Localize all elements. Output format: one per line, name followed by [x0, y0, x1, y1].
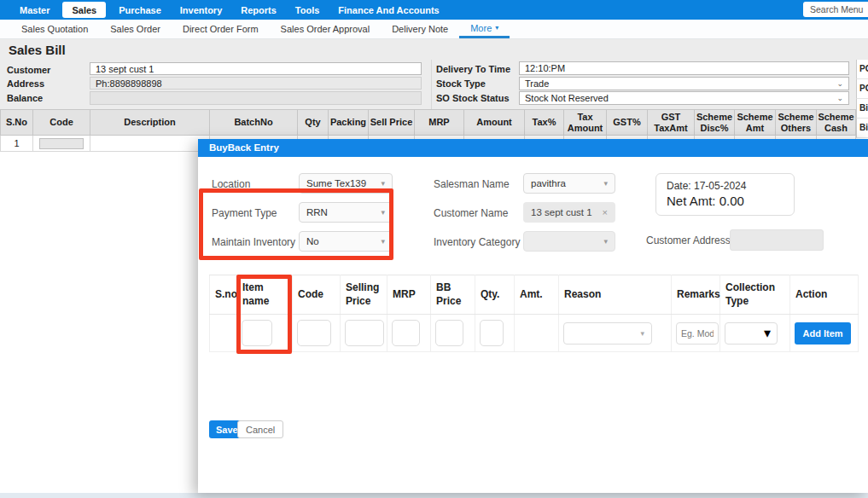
col-qty: Qty.: [475, 275, 515, 315]
so-stock-status-label: SO Stock Status: [436, 93, 510, 103]
remove-icon[interactable]: ×: [603, 207, 608, 217]
salesman-name-label: Salesman Name: [434, 178, 510, 190]
inventory-category-select[interactable]: ▾: [523, 231, 615, 252]
address-input[interactable]: [90, 77, 422, 90]
balance-input[interactable]: [90, 91, 422, 105]
collection-type-select[interactable]: ▾: [725, 322, 778, 345]
col-batchno: BatchNo: [210, 110, 298, 136]
col-scheme-others: Scheme Others: [776, 110, 817, 136]
row-code-cell: [33, 136, 90, 152]
add-item-button[interactable]: Add Item: [795, 322, 851, 345]
remarks-input[interactable]: [676, 322, 719, 345]
payment-type-select[interactable]: RRN ▾: [299, 202, 393, 223]
delivery-to-time-label: Delivery To Time: [436, 64, 510, 74]
date-netamt-box: Date: 17-05-2024 Net Amt: 0.00: [655, 173, 795, 216]
nav-item-master[interactable]: Master: [10, 0, 59, 20]
page-title: Sales Bill: [0, 39, 868, 60]
nav-item-finance[interactable]: Finance And Accounts: [329, 0, 448, 20]
mrp-input[interactable]: [392, 320, 420, 346]
qty-input[interactable]: [480, 320, 504, 346]
nav-item-sales[interactable]: Sales: [62, 2, 106, 18]
cancel-button[interactable]: Cancel: [237, 420, 283, 438]
chevron-down-icon: ⌄: [836, 80, 843, 88]
salesman-select[interactable]: pavithra ▾: [523, 173, 615, 194]
customer-name-label: Customer Name: [434, 207, 508, 219]
col-gst-taxamt: GST TaxAmt: [648, 110, 695, 136]
maintain-inventory-select[interactable]: No ▾: [299, 231, 393, 252]
stock-type-select[interactable]: Trade ⌄: [519, 77, 849, 90]
col-mrp: MRP: [387, 275, 431, 315]
subnav-sales-order[interactable]: Sales Order: [99, 20, 172, 38]
bill-header-form: Customer Address Balance Delivery To Tim…: [0, 60, 868, 109]
dropdown-caret-icon: ▾: [381, 180, 385, 188]
col-code: Code: [293, 275, 341, 315]
col-collection-type: Collection Type: [720, 275, 790, 315]
col-description: Description: [90, 110, 210, 136]
modal-title: BuyBack Entry: [198, 139, 868, 157]
inventory-category-label: Inventory Category: [434, 236, 520, 248]
dropdown-caret-icon: ▾: [381, 209, 385, 217]
item-name-input[interactable]: [242, 320, 272, 346]
col-gst-pct: GST%: [607, 110, 648, 136]
col-sno: S.No: [1, 110, 33, 136]
maintain-inventory-value: No: [306, 236, 319, 246]
col-packing: Packing: [329, 110, 369, 136]
customer-name-chip[interactable]: 13 sept cust 1 ×: [523, 202, 615, 223]
po-label: PO: [856, 60, 868, 79]
bill-label: Bill: [856, 119, 868, 138]
col-qty: Qty: [298, 110, 329, 136]
dropdown-caret-icon: ▾: [640, 329, 644, 338]
subnav-sales-order-approval[interactable]: Sales Order Approval: [270, 20, 382, 38]
col-scheme-disc: Scheme Disc%: [695, 110, 735, 136]
more-label: More: [470, 23, 492, 33]
col-mrp: MRP: [415, 110, 464, 136]
so-stock-status-value: Stock Not Reserved: [525, 93, 609, 103]
item-code-input[interactable]: [297, 320, 331, 346]
form-divider: [431, 60, 432, 109]
delivery-to-time-input[interactable]: [519, 61, 849, 75]
col-sno: S.no: [210, 275, 237, 315]
subnav-direct-order-form[interactable]: Direct Order Form: [172, 20, 270, 38]
col-remarks: Remarks: [672, 275, 720, 315]
date-text: Date: 17-05-2024: [667, 180, 794, 192]
col-amt: Amt.: [515, 275, 559, 315]
nav-item-inventory[interactable]: Inventory: [171, 0, 232, 20]
subnav-delivery-note[interactable]: Delivery Note: [381, 20, 459, 38]
dropdown-caret-icon: ▾: [764, 325, 771, 341]
customer-label: Customer: [7, 65, 50, 75]
buyback-table-entry-row: ▾ ▾ Add Item: [210, 315, 859, 352]
col-item-name: Item name: [237, 275, 293, 315]
reason-select[interactable]: ▾: [563, 322, 652, 345]
col-tax-amount: Tax Amount: [564, 110, 607, 136]
net-amount-text: Net Amt: 0.00: [667, 194, 794, 208]
subnav-sales-quotation[interactable]: Sales Quotation: [10, 20, 99, 38]
nav-item-purchase[interactable]: Purchase: [109, 0, 171, 20]
nav-item-reports[interactable]: Reports: [231, 0, 286, 20]
buyback-table-header-row: S.no Item name Code Selling Price MRP BB…: [210, 275, 859, 315]
dropdown-caret-icon: ▾: [603, 180, 608, 188]
search-menu-input[interactable]: [803, 2, 868, 17]
col-code: Code: [33, 110, 90, 136]
col-amount: Amount: [464, 110, 525, 136]
so-stock-status-select[interactable]: Stock Not Reserved ⌄: [519, 91, 849, 105]
nav-item-tools[interactable]: Tools: [286, 0, 329, 20]
location-select[interactable]: Sume Tex139 ▾: [299, 173, 393, 194]
col-reason: Reason: [559, 275, 672, 315]
stock-type-label: Stock Type: [436, 78, 486, 89]
selling-price-input[interactable]: [345, 320, 384, 346]
stock-type-value: Trade: [525, 78, 549, 89]
col-bb-price: BB Price: [431, 275, 475, 315]
chevron-down-icon: ⌄: [836, 95, 843, 102]
page-bottom-strip: [0, 493, 868, 498]
code-input[interactable]: [39, 138, 84, 149]
dropdown-caret-icon: ▾: [603, 238, 608, 246]
location-value: Sume Tex139: [306, 178, 366, 188]
buyback-entry-modal: BuyBack Entry Location Sume Tex139 ▾ Sal…: [198, 139, 868, 493]
dropdown-caret-icon: ▾: [381, 238, 385, 246]
top-nav: Master Sales Purchase Inventory Reports …: [0, 0, 868, 20]
bb-price-input[interactable]: [435, 320, 463, 346]
right-edge-panel: PO PO Bill Bill: [856, 60, 868, 138]
customer-address-input[interactable]: [730, 229, 824, 251]
customer-input[interactable]: [90, 62, 422, 75]
subnav-more-dropdown[interactable]: More ▾: [459, 20, 510, 38]
